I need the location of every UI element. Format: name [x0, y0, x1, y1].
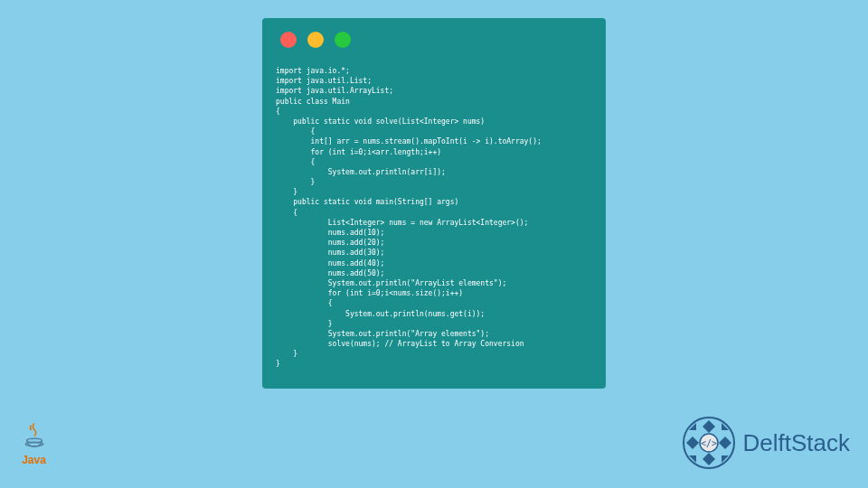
- code-window: import java.io.*; import java.util.List;…: [262, 18, 606, 389]
- delftstack-text: DelftStack: [743, 429, 851, 457]
- delftstack-logo: </> DelftStack: [682, 416, 851, 470]
- java-text-label: Java: [22, 454, 46, 466]
- delftstack-icon: </>: [682, 416, 736, 470]
- svg-text:</>: </>: [700, 438, 716, 448]
- close-btn[interactable]: [280, 32, 297, 48]
- java-logo: Java: [14, 420, 54, 479]
- maximize-btn[interactable]: [335, 32, 351, 48]
- window-controls: [276, 32, 592, 48]
- minimize-btn[interactable]: [307, 32, 324, 48]
- java-cup-icon: [21, 420, 48, 452]
- code-content: import java.io.*; import java.util.List;…: [276, 66, 592, 370]
